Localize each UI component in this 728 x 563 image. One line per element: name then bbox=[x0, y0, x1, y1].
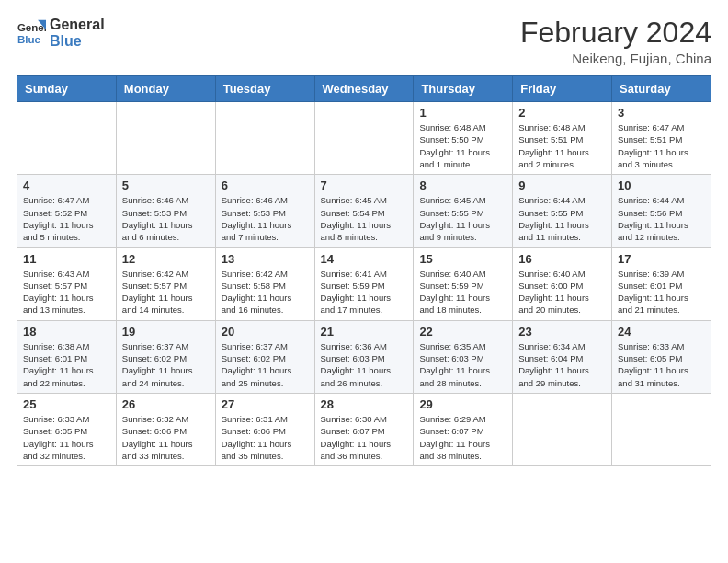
day-number: 7 bbox=[321, 178, 408, 192]
day-number: 24 bbox=[618, 325, 705, 339]
calendar-cell: 2Sunrise: 6:48 AM Sunset: 5:51 PM Daylig… bbox=[513, 102, 612, 175]
calendar-cell: 29Sunrise: 6:29 AM Sunset: 6:07 PM Dayli… bbox=[414, 393, 513, 465]
day-number: 22 bbox=[419, 325, 506, 339]
day-info: Sunrise: 6:30 AM Sunset: 6:07 PM Dayligh… bbox=[321, 413, 408, 462]
day-number: 15 bbox=[419, 252, 506, 266]
day-number: 25 bbox=[23, 397, 110, 411]
calendar-cell: 24Sunrise: 6:33 AM Sunset: 6:05 PM Dayli… bbox=[612, 320, 711, 393]
calendar-cell: 5Sunrise: 6:46 AM Sunset: 5:53 PM Daylig… bbox=[116, 175, 215, 247]
calendar-cell: 6Sunrise: 6:46 AM Sunset: 5:53 PM Daylig… bbox=[215, 175, 314, 247]
calendar-cell: 9Sunrise: 6:44 AM Sunset: 5:55 PM Daylig… bbox=[513, 175, 612, 247]
calendar-cell: 4Sunrise: 6:47 AM Sunset: 5:52 PM Daylig… bbox=[17, 175, 117, 247]
day-number: 16 bbox=[518, 252, 606, 266]
day-number: 21 bbox=[321, 325, 408, 339]
calendar-cell: 1Sunrise: 6:48 AM Sunset: 5:50 PM Daylig… bbox=[414, 102, 513, 175]
day-number: 6 bbox=[222, 178, 309, 192]
day-info: Sunrise: 6:47 AM Sunset: 5:51 PM Dayligh… bbox=[618, 121, 705, 170]
calendar-cell: 15Sunrise: 6:40 AM Sunset: 5:59 PM Dayli… bbox=[414, 247, 513, 320]
calendar-cell bbox=[17, 102, 117, 175]
calendar-cell: 28Sunrise: 6:30 AM Sunset: 6:07 PM Dayli… bbox=[314, 393, 414, 465]
logo-general: General bbox=[50, 17, 105, 33]
logo-icon: General Blue bbox=[17, 18, 46, 48]
calendar-cell: 23Sunrise: 6:34 AM Sunset: 6:04 PM Dayli… bbox=[513, 320, 612, 393]
calendar-cell: 27Sunrise: 6:31 AM Sunset: 6:06 PM Dayli… bbox=[215, 393, 314, 465]
header: General Blue General Blue February 2024 … bbox=[17, 17, 711, 66]
day-info: Sunrise: 6:31 AM Sunset: 6:06 PM Dayligh… bbox=[222, 413, 309, 462]
day-number: 11 bbox=[23, 252, 110, 266]
calendar-cell: 7Sunrise: 6:45 AM Sunset: 5:54 PM Daylig… bbox=[314, 175, 414, 247]
day-info: Sunrise: 6:32 AM Sunset: 6:06 PM Dayligh… bbox=[122, 413, 210, 462]
day-number: 13 bbox=[222, 252, 309, 266]
calendar-cell: 14Sunrise: 6:41 AM Sunset: 5:59 PM Dayli… bbox=[314, 247, 414, 320]
day-info: Sunrise: 6:40 AM Sunset: 5:59 PM Dayligh… bbox=[419, 268, 506, 316]
calendar-cell: 16Sunrise: 6:40 AM Sunset: 6:00 PM Dayli… bbox=[513, 247, 612, 320]
calendar-cell: 18Sunrise: 6:38 AM Sunset: 6:01 PM Dayli… bbox=[17, 320, 117, 393]
day-number: 12 bbox=[122, 252, 210, 266]
calendar-cell bbox=[612, 393, 711, 465]
col-friday: Friday bbox=[513, 76, 612, 102]
calendar-cell: 26Sunrise: 6:32 AM Sunset: 6:06 PM Dayli… bbox=[116, 393, 215, 465]
calendar: Sunday Monday Tuesday Wednesday Thursday… bbox=[17, 75, 711, 466]
month-year: February 2024 bbox=[520, 17, 711, 49]
calendar-cell: 19Sunrise: 6:37 AM Sunset: 6:02 PM Dayli… bbox=[116, 320, 215, 393]
calendar-cell: 20Sunrise: 6:37 AM Sunset: 6:02 PM Dayli… bbox=[215, 320, 314, 393]
col-tuesday: Tuesday bbox=[215, 76, 314, 102]
day-info: Sunrise: 6:45 AM Sunset: 5:54 PM Dayligh… bbox=[321, 194, 408, 243]
day-info: Sunrise: 6:48 AM Sunset: 5:50 PM Dayligh… bbox=[419, 121, 506, 170]
day-info: Sunrise: 6:46 AM Sunset: 5:53 PM Dayligh… bbox=[122, 194, 210, 243]
logo: General Blue General Blue bbox=[17, 17, 105, 51]
day-number: 17 bbox=[618, 252, 705, 266]
calendar-cell bbox=[116, 102, 215, 175]
day-info: Sunrise: 6:47 AM Sunset: 5:52 PM Dayligh… bbox=[23, 194, 110, 243]
calendar-cell bbox=[314, 102, 414, 175]
col-monday: Monday bbox=[116, 76, 215, 102]
location: Neikeng, Fujian, China bbox=[520, 51, 711, 66]
day-info: Sunrise: 6:33 AM Sunset: 6:05 PM Dayligh… bbox=[23, 413, 110, 462]
day-info: Sunrise: 6:40 AM Sunset: 6:00 PM Dayligh… bbox=[518, 268, 606, 316]
day-number: 8 bbox=[419, 178, 506, 192]
day-info: Sunrise: 6:44 AM Sunset: 5:56 PM Dayligh… bbox=[618, 194, 705, 243]
logo-blue: Blue bbox=[50, 33, 105, 50]
day-number: 5 bbox=[122, 178, 210, 192]
calendar-cell bbox=[513, 393, 612, 465]
calendar-cell: 10Sunrise: 6:44 AM Sunset: 5:56 PM Dayli… bbox=[612, 175, 711, 247]
calendar-week-3: 11Sunrise: 6:43 AM Sunset: 5:57 PM Dayli… bbox=[17, 247, 711, 320]
calendar-week-1: 1Sunrise: 6:48 AM Sunset: 5:50 PM Daylig… bbox=[17, 102, 711, 175]
day-number: 10 bbox=[618, 178, 705, 192]
calendar-week-2: 4Sunrise: 6:47 AM Sunset: 5:52 PM Daylig… bbox=[17, 175, 711, 247]
day-info: Sunrise: 6:35 AM Sunset: 6:03 PM Dayligh… bbox=[419, 340, 506, 389]
calendar-cell: 11Sunrise: 6:43 AM Sunset: 5:57 PM Dayli… bbox=[17, 247, 117, 320]
day-number: 18 bbox=[23, 325, 110, 339]
day-info: Sunrise: 6:46 AM Sunset: 5:53 PM Dayligh… bbox=[222, 194, 309, 243]
calendar-cell: 21Sunrise: 6:36 AM Sunset: 6:03 PM Dayli… bbox=[314, 320, 414, 393]
day-info: Sunrise: 6:39 AM Sunset: 6:01 PM Dayligh… bbox=[618, 268, 705, 316]
day-number: 4 bbox=[23, 178, 110, 192]
day-number: 20 bbox=[222, 325, 309, 339]
day-info: Sunrise: 6:42 AM Sunset: 5:58 PM Dayligh… bbox=[222, 268, 309, 316]
calendar-week-4: 18Sunrise: 6:38 AM Sunset: 6:01 PM Dayli… bbox=[17, 320, 711, 393]
day-number: 19 bbox=[122, 325, 210, 339]
day-info: Sunrise: 6:33 AM Sunset: 6:05 PM Dayligh… bbox=[618, 340, 705, 389]
day-info: Sunrise: 6:43 AM Sunset: 5:57 PM Dayligh… bbox=[23, 268, 110, 316]
day-info: Sunrise: 6:44 AM Sunset: 5:55 PM Dayligh… bbox=[518, 194, 606, 243]
calendar-cell: 8Sunrise: 6:45 AM Sunset: 5:55 PM Daylig… bbox=[414, 175, 513, 247]
col-wednesday: Wednesday bbox=[314, 76, 414, 102]
calendar-cell bbox=[215, 102, 314, 175]
calendar-cell: 13Sunrise: 6:42 AM Sunset: 5:58 PM Dayli… bbox=[215, 247, 314, 320]
day-number: 1 bbox=[419, 106, 506, 120]
calendar-cell: 17Sunrise: 6:39 AM Sunset: 6:01 PM Dayli… bbox=[612, 247, 711, 320]
day-info: Sunrise: 6:42 AM Sunset: 5:57 PM Dayligh… bbox=[122, 268, 210, 316]
col-saturday: Saturday bbox=[612, 76, 711, 102]
day-info: Sunrise: 6:37 AM Sunset: 6:02 PM Dayligh… bbox=[122, 340, 210, 389]
calendar-header-row: Sunday Monday Tuesday Wednesday Thursday… bbox=[17, 76, 711, 102]
day-number: 29 bbox=[419, 397, 506, 411]
day-number: 2 bbox=[518, 106, 606, 120]
calendar-cell: 3Sunrise: 6:47 AM Sunset: 5:51 PM Daylig… bbox=[612, 102, 711, 175]
calendar-cell: 25Sunrise: 6:33 AM Sunset: 6:05 PM Dayli… bbox=[17, 393, 117, 465]
day-number: 3 bbox=[618, 106, 705, 120]
svg-text:Blue: Blue bbox=[17, 34, 41, 45]
calendar-cell: 22Sunrise: 6:35 AM Sunset: 6:03 PM Dayli… bbox=[414, 320, 513, 393]
day-number: 26 bbox=[122, 397, 210, 411]
day-info: Sunrise: 6:29 AM Sunset: 6:07 PM Dayligh… bbox=[419, 413, 506, 462]
day-info: Sunrise: 6:48 AM Sunset: 5:51 PM Dayligh… bbox=[518, 121, 606, 170]
